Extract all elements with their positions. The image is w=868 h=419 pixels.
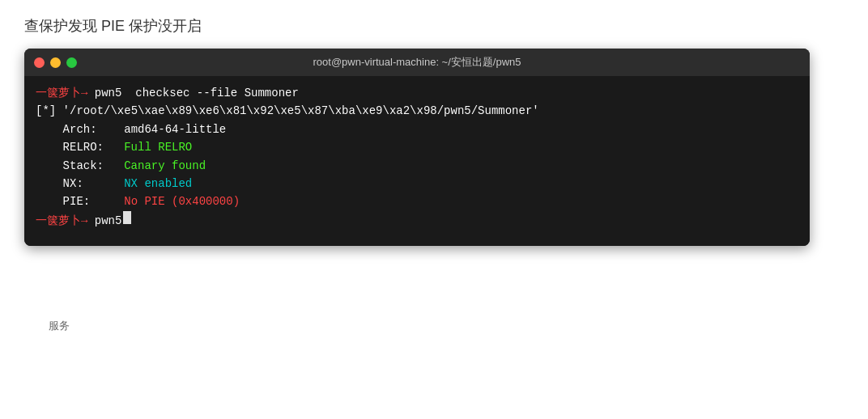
bracket-star: [*] xyxy=(36,102,56,120)
terminal-line-arch: Arch: amd64-64-little xyxy=(36,121,798,138)
terminal-line-command: 一箧萝卜→ pwn5 checksec --file Summoner xyxy=(36,84,798,102)
value-arch: amd64-64-little xyxy=(97,121,227,138)
traffic-light-green[interactable] xyxy=(66,57,77,68)
prompt-pwn-2: pwn5 xyxy=(87,212,121,230)
traffic-lights xyxy=(34,57,77,68)
terminal-line-pie: PIE: No PIE (0x400000) xyxy=(36,193,798,210)
traffic-light-yellow[interactable] xyxy=(50,57,61,68)
terminal-line-info: [*] '/root/\xe5\xae\x89\xe6\x81\x92\xe5\… xyxy=(36,102,798,120)
terminal-body: 一箧萝卜→ pwn5 checksec --file Summoner [*] … xyxy=(24,76,810,246)
value-relro: Full RELRO xyxy=(104,138,192,156)
terminal-line-relro: RELRO: Full RELRO xyxy=(36,138,798,156)
value-stack: Canary found xyxy=(104,157,206,175)
label-pie: PIE: xyxy=(36,193,90,210)
value-nx: NX enabled xyxy=(83,175,192,193)
label-stack: Stack: xyxy=(36,157,104,175)
terminal-titlebar: root@pwn-virtual-machine: ~/安恒出题/pwn5 xyxy=(24,49,810,76)
terminal-line-nx: NX: NX enabled xyxy=(36,175,798,193)
prompt-carrot-2: 一箧萝卜→ xyxy=(36,212,87,230)
page-title: 查保护发现 PIE 保护没开启 xyxy=(24,16,844,36)
value-pie: No PIE (0x400000) xyxy=(90,193,240,210)
label-relro: RELRO: xyxy=(36,138,104,156)
terminal-cursor xyxy=(123,211,131,224)
page-container: 查保护发现 PIE 保护没开启 root@pwn-virtual-machine… xyxy=(0,0,868,419)
prompt-pwn-1: pwn5 xyxy=(87,84,121,102)
terminal-line-prompt-final: 一箧萝卜→ pwn5 xyxy=(36,211,798,230)
traffic-light-red[interactable] xyxy=(34,57,45,68)
terminal-window: root@pwn-virtual-machine: ~/安恒出题/pwn5 一箧… xyxy=(24,49,810,246)
terminal-title: root@pwn-virtual-machine: ~/安恒出题/pwn5 xyxy=(313,55,521,70)
prompt-carrot-1: 一箧萝卜→ xyxy=(36,84,87,102)
bottom-label: 服务 xyxy=(49,319,70,333)
path-text: '/root/\xe5\xae\x89\xe6\x81\x92\xe5\x87\… xyxy=(56,102,539,120)
cmd-checksec: checksec --file Summoner xyxy=(121,84,298,102)
terminal-line-stack: Stack: Canary found xyxy=(36,157,798,175)
label-arch: Arch: xyxy=(36,121,97,138)
label-nx: NX: xyxy=(36,175,83,193)
